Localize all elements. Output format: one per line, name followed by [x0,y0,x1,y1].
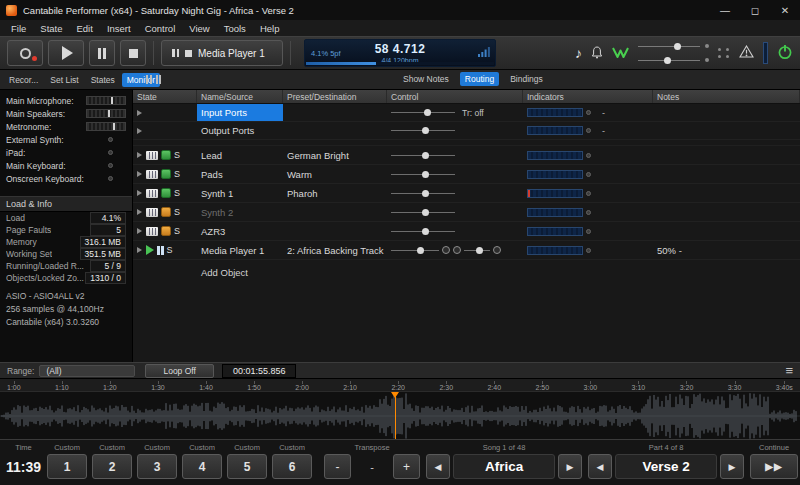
continue-button[interactable]: ▶▶ [750,454,798,479]
gain-slider[interactable] [391,208,455,217]
record-button[interactable] [7,40,43,66]
row-name[interactable]: Synth 1 [197,184,283,202]
table-row-lead[interactable]: S Lead German Bright [133,146,800,165]
timeline-menu-icon[interactable]: ≡ [785,364,793,377]
maximize-button[interactable]: ◻ [740,0,770,20]
warning-icon[interactable] [739,44,754,62]
menu-item[interactable]: Help [253,22,287,35]
loop-toggle-button[interactable]: Loop Off [145,364,213,378]
fade-slider[interactable] [464,246,490,255]
playing-icon[interactable] [146,245,154,255]
menu-item[interactable]: State [33,22,69,35]
custom-button[interactable]: 6 [272,454,312,479]
row-name[interactable]: AZR3 [197,222,283,240]
level-meter[interactable] [86,122,126,131]
table-row-synth-2[interactable]: S Synth 2 [133,203,800,222]
menu-item[interactable]: File [4,22,33,35]
run-state-badge[interactable] [161,207,171,217]
media-player-select[interactable]: Media Player 1 [161,40,283,66]
pan-knob[interactable] [442,246,450,254]
main-tab[interactable]: Recor... [4,73,43,87]
table-row-input-ports[interactable]: Input Ports Tr: off - [133,104,800,122]
expand-icon[interactable] [137,247,142,253]
expand-icon[interactable] [137,209,142,215]
panel-columns-icon[interactable] [146,75,161,84]
run-state-badge[interactable] [161,169,171,179]
minimize-button[interactable]: — [710,0,740,20]
run-state-badge[interactable] [161,188,171,198]
pan-knob[interactable] [453,246,461,254]
menu-item[interactable]: Insert [100,22,138,35]
row-preset[interactable] [283,203,387,221]
gain-slider[interactable] [391,189,455,198]
column-header[interactable]: Control [387,90,523,103]
gain-slider[interactable] [391,151,455,160]
menu-item[interactable]: View [182,22,216,35]
close-button[interactable]: ✕ [770,0,800,20]
transpose-down-button[interactable]: - [324,454,351,479]
row-preset[interactable]: German Bright [283,146,387,164]
mute-dot[interactable] [705,58,709,62]
prev-song-button[interactable]: ◀ [426,454,450,479]
speed-knob[interactable] [493,246,501,254]
routing-tab[interactable]: Show Notes [398,72,454,86]
run-state-badge[interactable] [161,150,171,160]
playhead-marker[interactable] [395,392,396,439]
column-header[interactable]: Indicators [523,90,653,103]
next-part-button[interactable]: ▶ [720,454,744,479]
custom-button[interactable]: 4 [182,454,222,479]
gain-slider[interactable] [391,227,455,236]
table-row-output-ports[interactable]: Output Ports - [133,122,800,140]
column-header[interactable]: Notes [653,90,800,103]
expand-icon[interactable] [137,228,142,234]
play-button[interactable] [48,40,84,66]
column-header[interactable]: Preset/Destination [283,90,387,103]
table-row-azr3[interactable]: S AZR3 [133,222,800,241]
level-meter[interactable] [86,96,126,105]
expand-icon[interactable] [137,128,142,134]
menu-item[interactable]: Edit [70,22,100,35]
table-row-media-player-1[interactable]: S Media Player 1 2: Africa Backing Track… [133,241,800,260]
pause-button[interactable] [89,40,115,66]
level-slider[interactable] [638,43,700,50]
transpose-up-button[interactable]: + [393,454,420,479]
row-name[interactable]: Media Player 1 [197,241,283,259]
custom-button[interactable]: 3 [137,454,177,479]
table-row-pads[interactable]: S Pads Warm [133,165,800,184]
stop-button[interactable] [120,40,146,66]
waveform-display[interactable] [0,391,800,439]
run-state-badge[interactable] [161,226,171,236]
main-tab[interactable]: States [86,73,120,87]
table-row-synth-1[interactable]: S Synth 1 Pharoh [133,184,800,203]
add-object-button[interactable]: Add Object [197,267,283,278]
current-song[interactable]: Africa [453,454,555,479]
row-preset[interactable] [283,222,387,240]
custom-button[interactable]: 2 [92,454,132,479]
gain-slider[interactable] [391,108,455,117]
gain-slider[interactable] [391,246,439,255]
main-tab[interactable]: Set List [45,73,83,87]
row-name[interactable]: Pads [197,165,283,183]
level-slider[interactable] [638,57,700,64]
gain-slider[interactable] [391,126,455,135]
level-meter[interactable] [86,109,126,118]
menu-item[interactable]: Control [138,22,183,35]
row-name[interactable]: Output Ports [197,122,283,139]
expand-icon[interactable] [137,171,142,177]
row-preset[interactable]: Warm [283,165,387,183]
next-song-button[interactable]: ▶ [558,454,582,479]
expand-icon[interactable] [137,110,142,116]
prev-part-button[interactable]: ◀ [588,454,612,479]
row-name[interactable]: Lead [197,146,283,164]
pause-icon[interactable] [157,246,164,255]
column-header[interactable]: State [133,90,197,103]
row-preset[interactable]: Pharoh [283,184,387,202]
mute-dot[interactable] [705,44,709,48]
routing-tab[interactable]: Bindings [505,72,548,86]
notification-bell-icon[interactable] [591,46,603,61]
row-name[interactable]: Input Ports [197,104,283,121]
expand-icon[interactable] [137,190,142,196]
range-select[interactable]: (All) [39,365,135,377]
column-header[interactable]: Name/Source [197,90,283,103]
expand-icon[interactable] [137,152,142,158]
